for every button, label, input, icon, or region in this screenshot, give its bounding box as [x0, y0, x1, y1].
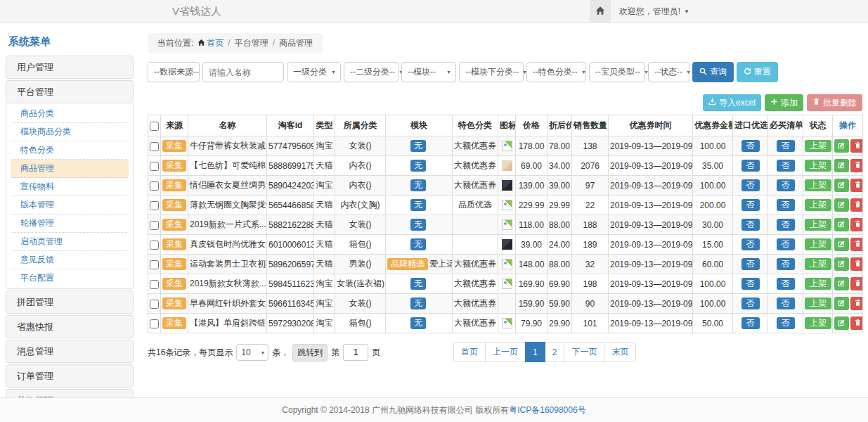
sidebar-section[interactable]: 省惠快报	[6, 315, 134, 338]
page-button[interactable]: 2	[545, 342, 565, 362]
must-buy-toggle[interactable]: 否	[777, 317, 795, 329]
row-checkbox[interactable]	[150, 142, 159, 151]
delete-button[interactable]	[850, 218, 863, 231]
status-badge[interactable]: 上架	[805, 160, 831, 172]
edit-button[interactable]	[834, 218, 849, 231]
import-excel-button[interactable]: 导入excel	[703, 94, 761, 111]
filter-select[interactable]: --宝贝类型--▼	[589, 62, 645, 82]
home-button[interactable]	[590, 0, 611, 23]
must-buy-toggle[interactable]: 否	[777, 238, 795, 250]
delete-button[interactable]	[850, 257, 863, 271]
batch-delete-button[interactable]: 批量删除	[807, 94, 862, 111]
must-buy-toggle[interactable]: 否	[777, 140, 795, 152]
filter-select[interactable]: --模块下分类--▼	[459, 62, 524, 82]
status-badge[interactable]: 上架	[805, 179, 831, 191]
delete-button[interactable]	[850, 277, 863, 290]
delete-button[interactable]	[850, 159, 863, 172]
row-checkbox[interactable]	[150, 221, 159, 230]
sidebar-section[interactable]: 平台管理	[6, 80, 134, 103]
sidebar-item[interactable]: 版本管理	[11, 196, 129, 215]
sidebar-item[interactable]: 宣传物料	[11, 178, 129, 196]
delete-button[interactable]	[850, 316, 863, 330]
import-select-toggle[interactable]: 否	[741, 238, 760, 250]
delete-button[interactable]	[850, 297, 863, 310]
row-checkbox[interactable]	[150, 280, 159, 289]
page-button[interactable]: 末页	[604, 342, 636, 362]
delete-button[interactable]	[850, 238, 863, 251]
sidebar-section[interactable]: 拼团管理	[6, 290, 134, 314]
sidebar-section[interactable]: 消息管理	[6, 340, 134, 363]
row-checkbox[interactable]	[150, 181, 159, 191]
filter-select[interactable]: --特色分类--▼	[526, 62, 586, 82]
search-button[interactable]: 查询	[692, 62, 734, 82]
import-select-toggle[interactable]: 否	[741, 317, 760, 329]
sidebar-item[interactable]: 商品分类	[11, 105, 129, 123]
status-badge[interactable]: 上架	[805, 140, 831, 152]
edit-button[interactable]	[834, 139, 849, 153]
reset-button[interactable]: 重置	[737, 62, 778, 82]
breadcrumb-item[interactable]: 平台管理	[235, 38, 268, 48]
status-badge[interactable]: 上架	[805, 298, 831, 309]
must-buy-toggle[interactable]: 否	[777, 160, 795, 172]
page-size-select[interactable]: 10▼	[236, 344, 268, 361]
delete-button[interactable]	[850, 179, 863, 192]
import-select-toggle[interactable]: 否	[741, 258, 760, 270]
icp-link[interactable]: 粤ICP备16098006号	[509, 404, 585, 416]
edit-button[interactable]	[834, 316, 849, 330]
must-buy-toggle[interactable]: 否	[777, 179, 795, 191]
row-checkbox[interactable]	[150, 319, 159, 328]
row-checkbox[interactable]	[150, 241, 159, 250]
edit-button[interactable]	[834, 159, 849, 172]
row-checkbox[interactable]	[150, 201, 159, 210]
edit-button[interactable]	[834, 257, 849, 271]
must-buy-toggle[interactable]: 否	[777, 219, 795, 231]
filter-select[interactable]: --二级分类--▼	[344, 62, 399, 82]
import-select-toggle[interactable]: 否	[741, 219, 760, 231]
select-all-checkbox[interactable]	[150, 122, 159, 131]
sidebar-item[interactable]: 特色分类	[11, 141, 129, 160]
sidebar-item[interactable]: 轮播管理	[11, 215, 129, 233]
must-buy-toggle[interactable]: 否	[777, 298, 795, 309]
page-button[interactable]: 1	[525, 342, 545, 362]
row-checkbox[interactable]	[150, 300, 159, 309]
delete-button[interactable]	[850, 198, 863, 212]
user-menu[interactable]: 欢迎您，管理员! ▼	[611, 6, 698, 18]
must-buy-toggle[interactable]: 否	[777, 199, 795, 211]
breadcrumb-home-link[interactable]: 首页	[207, 38, 224, 48]
status-badge[interactable]: 上架	[805, 258, 831, 270]
sidebar-section[interactable]: 兑换管理	[6, 389, 134, 397]
data-source-select[interactable]: --数据来源--▼	[148, 62, 200, 82]
edit-button[interactable]	[834, 277, 849, 290]
filter-select[interactable]: --模块--▼	[401, 62, 456, 82]
sidebar-item[interactable]: 启动页管理	[11, 233, 129, 251]
sidebar-item[interactable]: 商品管理	[11, 160, 129, 178]
import-select-toggle[interactable]: 否	[741, 160, 760, 172]
must-buy-toggle[interactable]: 否	[777, 278, 795, 290]
filter-select[interactable]: 一级分类▼	[287, 62, 341, 82]
page-button[interactable]: 下一页	[564, 342, 604, 362]
status-badge[interactable]: 上架	[805, 219, 831, 231]
status-badge[interactable]: 上架	[805, 238, 831, 250]
row-checkbox[interactable]	[150, 260, 159, 269]
import-select-toggle[interactable]: 否	[741, 298, 760, 309]
sidebar-item[interactable]: 模块商品分类	[11, 123, 129, 141]
status-badge[interactable]: 上架	[805, 199, 831, 211]
must-buy-toggle[interactable]: 否	[777, 258, 795, 270]
edit-button[interactable]	[834, 198, 849, 212]
page-button[interactable]: 首页	[453, 342, 486, 362]
page-button[interactable]: 上一页	[485, 342, 526, 362]
sidebar-item[interactable]: 意见反馈	[11, 251, 129, 269]
import-select-toggle[interactable]: 否	[741, 199, 760, 211]
edit-button[interactable]	[834, 297, 849, 310]
sidebar-section[interactable]: 用户管理	[6, 56, 134, 79]
row-checkbox[interactable]	[150, 162, 159, 171]
sidebar-item[interactable]: 平台配置	[11, 269, 129, 287]
name-search-input[interactable]	[202, 62, 284, 82]
edit-button[interactable]	[834, 179, 849, 192]
sidebar-section[interactable]: 订单管理	[6, 364, 134, 388]
delete-button[interactable]	[850, 139, 863, 153]
import-select-toggle[interactable]: 否	[741, 140, 760, 152]
status-badge[interactable]: 上架	[805, 317, 831, 329]
jump-button[interactable]: 跳转到	[292, 344, 328, 362]
page-number-input[interactable]	[343, 344, 368, 361]
